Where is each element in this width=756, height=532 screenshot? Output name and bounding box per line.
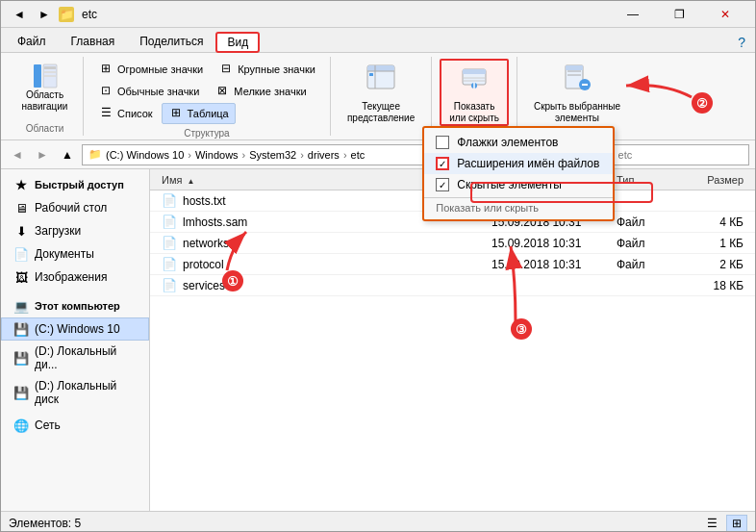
col-size[interactable]: Размер: [690, 174, 747, 186]
sidebar-item-d-drive2[interactable]: 💾 (D:) Локальный диск: [1, 375, 149, 410]
small-icons-button[interactable]: ⊠ Мелкие значки: [208, 81, 313, 102]
normal-icons-label: Обычные значки: [117, 86, 199, 97]
title-bar-buttons: — ❐ ✕: [611, 1, 747, 28]
file-flags-checkbox[interactable]: [436, 136, 449, 149]
lmhosts-file-icon: 📄: [162, 215, 177, 229]
tab-view[interactable]: Вид: [215, 32, 260, 53]
sidebar-item-this-computer[interactable]: 💻 Этот компьютер: [1, 294, 149, 317]
minimize-button[interactable]: —: [611, 1, 655, 28]
d-drive1-label: (D:) Локальный ди...: [35, 344, 140, 371]
hidden-items-checkbox[interactable]: ✓: [436, 178, 449, 191]
hosts-file-icon: 📄: [162, 193, 177, 208]
ribbon-group-current-view: Текущеепредставление: [331, 57, 432, 136]
tab-file[interactable]: Файл: [5, 30, 59, 52]
small-icons-label: Мелкие значки: [234, 86, 306, 97]
hide-selected-button[interactable]: Скрыть выбранныеэлементы: [525, 59, 629, 126]
networks-name: networks: [183, 237, 229, 250]
file-row-networks[interactable]: 📄 networks 15.09.2018 10:31 Файл 1 КБ: [150, 233, 755, 254]
networks-type: Файл: [613, 237, 690, 250]
nav-panel-icon: [30, 63, 61, 89]
sidebar-item-downloads[interactable]: ⬇ Загрузки: [1, 219, 149, 242]
col-type[interactable]: Тип: [613, 174, 690, 186]
networks-size: 1 КБ: [690, 237, 747, 250]
documents-icon: 📄: [13, 246, 29, 262]
hidden-items-label: Скрытые элементы: [457, 178, 562, 191]
sidebar-item-d-drive1[interactable]: 💾 (D:) Локальный ди...: [1, 341, 149, 375]
list-label: Список: [117, 108, 153, 119]
path-5: etc: [351, 149, 365, 161]
desktop-label: Рабочий стол: [35, 201, 107, 215]
file-extensions-label: Расширения имён файлов: [457, 157, 599, 170]
small-icons-icon: ⊠: [214, 84, 230, 99]
svg-rect-9: [369, 73, 373, 76]
title-bar-controls: ◄ ► 📁: [9, 4, 74, 25]
network-label: Сеть: [35, 418, 61, 432]
file-row-services[interactable]: 📄 services 18 КБ: [150, 275, 755, 296]
svg-rect-19: [566, 65, 583, 70]
status-bar: Элементов: 5 ☰ ⊞: [1, 511, 755, 532]
path-3: System32: [249, 149, 296, 161]
huge-icons-button[interactable]: ⊞ Огромные значки: [91, 59, 210, 80]
downloads-label: Загрузки: [35, 224, 81, 238]
tab-home[interactable]: Главная: [59, 30, 128, 52]
networks-date: 15.09.2018 10:31: [488, 237, 613, 250]
table-label: Таблица: [188, 108, 229, 119]
hidden-items-item[interactable]: ✓ Скрытые элементы: [424, 174, 613, 195]
file-flags-item[interactable]: Флажки элементов: [424, 132, 613, 153]
up-button[interactable]: ▲: [57, 144, 78, 165]
sidebar-item-quick-access[interactable]: ★ Быстрый доступ: [1, 173, 149, 196]
d-drive2-icon: 💾: [13, 385, 29, 400]
file-extensions-item[interactable]: ✓ Расширения имён файлов: [424, 153, 613, 174]
list-icon: ☰: [98, 106, 113, 121]
sidebar-item-documents[interactable]: 📄 Документы: [1, 242, 149, 266]
sidebar-item-network[interactable]: 🌐 Сеть: [1, 414, 149, 437]
computer-icon: 💻: [13, 298, 29, 314]
view-controls: ☰ ⊞: [701, 515, 747, 532]
tab-share[interactable]: Поделиться: [127, 30, 215, 52]
help-icon[interactable]: ?: [732, 33, 751, 52]
address-bar: ◄ ► ▲ 📁 (C:) Windows 10 › Windows › Syst…: [1, 140, 755, 169]
nav-panel-label: Областьнавигации: [22, 89, 68, 113]
file-row-protocol[interactable]: 📄 protocol 15.09.2018 10:31 Файл 2 КБ: [150, 254, 755, 275]
file-list: 📄 hosts.txt 15.09.20... 📄 lmhosts.sam 15…: [150, 190, 755, 511]
panels-buttons: Областьнавигации: [15, 59, 75, 119]
sidebar: ★ Быстрый доступ 🖥 Рабочий стол ⬇ Загруз…: [1, 169, 150, 511]
svg-rect-4: [44, 75, 56, 77]
this-computer-label: Этот компьютер: [35, 300, 120, 312]
list-button[interactable]: ☰ Список: [91, 103, 160, 124]
ribbon: Файл Главная Поделиться Вид ?: [1, 28, 755, 140]
file-extensions-checkbox[interactable]: ✓: [436, 157, 449, 170]
show-hide-label: Показатьили скрыть: [449, 101, 499, 124]
protocol-name: protocol: [183, 258, 224, 271]
current-view-label: Текущеепредставление: [347, 101, 415, 124]
show-hide-icon: [459, 62, 490, 99]
structure-group-label: Структура: [184, 124, 229, 139]
path-icon: 📁: [88, 148, 102, 161]
services-name: services: [183, 279, 225, 292]
sidebar-item-pictures[interactable]: 🖼 Изображения: [1, 266, 149, 289]
large-icons-button[interactable]: ⊟ Крупные значки: [212, 59, 322, 80]
close-button[interactable]: ✕: [703, 1, 747, 28]
desktop-icon: 🖥: [13, 200, 29, 215]
main-window: ◄ ► 📁 etc — ❐ ✕ Файл Главная Поделиться …: [0, 0, 756, 532]
current-view-button[interactable]: Текущеепредставление: [339, 59, 423, 126]
main-area: ★ Быстрый доступ 🖥 Рабочий стол ⬇ Загруз…: [1, 169, 755, 511]
table-button[interactable]: ⊞ Таблица: [162, 103, 236, 124]
tb-forward[interactable]: ►: [34, 4, 55, 25]
ribbon-group-structure: ⊞ Огромные значки ⊟ Крупные значки ⊡ Обы…: [84, 57, 331, 136]
protocol-date: 15.09.2018 10:31: [488, 258, 613, 271]
svg-rect-11: [463, 69, 486, 74]
downloads-icon: ⬇: [13, 223, 29, 239]
nav-panel-button[interactable]: Областьнавигации: [15, 59, 75, 116]
show-hide-button[interactable]: Показатьили скрыть: [440, 59, 509, 126]
sidebar-item-c-drive[interactable]: 💾 (C:) Windows 10: [1, 317, 149, 341]
tb-back[interactable]: ◄: [9, 4, 30, 25]
detail-view-button[interactable]: ☰: [701, 515, 722, 532]
back-button[interactable]: ◄: [7, 144, 28, 165]
restore-button[interactable]: ❐: [657, 1, 701, 28]
network-icon: 🌐: [13, 418, 29, 433]
sidebar-item-desktop[interactable]: 🖥 Рабочий стол: [1, 196, 149, 219]
forward-button[interactable]: ►: [32, 144, 53, 165]
large-view-button[interactable]: ⊞: [726, 515, 747, 532]
normal-icons-button[interactable]: ⊡ Обычные значки: [91, 81, 206, 102]
